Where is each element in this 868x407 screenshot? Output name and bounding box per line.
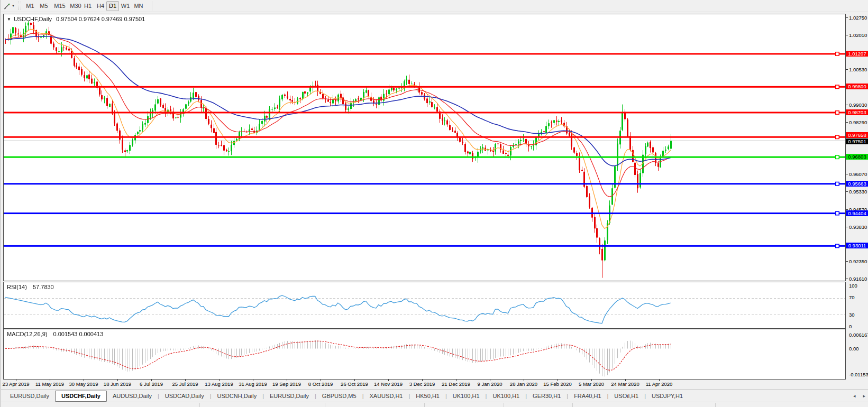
- strip-divider: [325, 403, 325, 407]
- timeframe-button-m15[interactable]: M15: [52, 1, 68, 11]
- date-tick-label: 28 Jan 2020: [510, 381, 537, 387]
- price-tick-label: 1.02010: [849, 32, 867, 38]
- timeframe-button-d1[interactable]: D1: [106, 1, 119, 11]
- strip-divider: [199, 403, 200, 407]
- macd-canvas[interactable]: [4, 329, 845, 379]
- macd-header: MACD(12,26,9) 0.001543 0.000413: [7, 331, 103, 337]
- timeframe-button-h4[interactable]: H4: [94, 1, 107, 11]
- macd-indicator-panel: MACD(12,26,9) 0.001543 0.000413: [3, 329, 846, 380]
- price-tick-label: 0.99030: [849, 102, 867, 108]
- current-price-label: 0.97501: [846, 138, 868, 144]
- date-tick-label: 3 Dec 2019: [409, 381, 435, 387]
- chart-header: ▼USDCHF,Daily0.97504 0.97624 0.97469 0.9…: [7, 16, 145, 22]
- price-tick-dash: [846, 209, 848, 210]
- price-line-label: 0.98703: [846, 109, 868, 115]
- price-tick-label: 0.95330: [849, 189, 867, 195]
- chart-tab-fra40-12[interactable]: FRA40,H1: [568, 391, 607, 401]
- price-chart-panel: ▼USDCHF,Daily0.97504 0.97624 0.97469 0.9…: [3, 14, 846, 281]
- chart-tab-eurusd-0[interactable]: EURUSD,Daily: [4, 391, 55, 401]
- chart-tab-eurusd-5[interactable]: EURUSD,Daily: [264, 391, 315, 401]
- date-tick-label: 13 Aug 2019: [205, 381, 233, 387]
- date-tick-label: 14 Nov 2019: [374, 381, 403, 387]
- chart-tab-usdcad-3[interactable]: USDCAD,Daily: [159, 391, 210, 401]
- chart-tab-usdcnh-4[interactable]: USDCNH,Daily: [212, 391, 263, 401]
- macd-scale-label: -0.011531: [849, 372, 868, 377]
- price-line-label: 0.93011: [846, 243, 868, 248]
- price-tick-label: 0.96070: [849, 171, 867, 177]
- price-line-label: 0.94404: [846, 210, 868, 216]
- rsi-indicator-panel: RSI(14) 57.7830: [3, 282, 846, 329]
- chart-tab-usdchf-1[interactable]: USDCHF,Daily: [55, 391, 107, 402]
- price-line-label: 1.01207: [846, 51, 868, 57]
- rsi-canvas[interactable]: [4, 282, 845, 328]
- rsi-label: RSI(14): [7, 284, 27, 290]
- price-tick-dash: [846, 279, 848, 279]
- date-tick-label: 26 Oct 2019: [341, 381, 368, 387]
- chart-tab-xauusd-7[interactable]: XAUUSD,H1: [364, 391, 409, 401]
- chart-tab-gbpusd-6[interactable]: GBPUSD,M5: [316, 391, 362, 401]
- chart-tab-usdjpy-14[interactable]: USDJPY,H1: [646, 391, 689, 401]
- macd-values: 0.001543 0.000413: [53, 331, 103, 337]
- price-tick-dash: [846, 227, 848, 227]
- price-line-label: 0.99800: [846, 84, 868, 89]
- chart-tab-hk50-8[interactable]: HK50,H1: [410, 391, 445, 401]
- chart-tab-uk100-10[interactable]: UK100,H1: [487, 391, 525, 401]
- chart-ohlc-values: 0.97504 0.97624 0.97469 0.97501: [56, 16, 145, 22]
- date-tick-label: 25 Jul 2019: [172, 381, 198, 387]
- price-line-label: 0.97658: [846, 132, 868, 138]
- price-tick-dash: [846, 35, 848, 35]
- date-tick-label: 24 Mar 2020: [611, 381, 639, 387]
- price-tick-dash: [846, 122, 848, 123]
- timeframe-button-w1[interactable]: W1: [119, 1, 132, 11]
- date-tick-label: 23 Apr 2019: [2, 381, 29, 387]
- chart-tab-ger30-11[interactable]: GER30,H1: [527, 391, 567, 401]
- strip-divider: [715, 403, 716, 407]
- date-tick-label: 31 Aug 2019: [239, 381, 267, 387]
- chart-symbol-label: USDCHF,Daily: [14, 16, 52, 22]
- strip-divider: [504, 403, 504, 407]
- rsi-scale-label: 70: [849, 294, 855, 300]
- status-strip: [1, 402, 868, 407]
- timeframe-toolbar: ▾ M1M5M15M30H1H4D1W1MN: [1, 0, 868, 12]
- rsi-scale-label: 30: [849, 312, 855, 318]
- chart-tab-bar: EURUSD,DailyUSDCHF,DailyAUDUSD,Daily|USD…: [1, 389, 868, 402]
- price-tick-dash: [846, 69, 848, 70]
- price-tick-dash: [846, 174, 848, 174]
- tab-scroll-right-icon[interactable]: ▸: [859, 393, 868, 399]
- timeframe-button-m1[interactable]: M1: [23, 1, 37, 11]
- price-tick-label: 0.98290: [849, 119, 867, 125]
- timeframe-button-mn[interactable]: MN: [132, 1, 145, 11]
- timeframe-button-m5[interactable]: M5: [37, 1, 51, 11]
- price-tick-label: 1.00530: [849, 67, 867, 72]
- rsi-scale-label: 100: [849, 283, 857, 289]
- date-axis[interactable]: 23 Apr 201911 May 201930 May 201918 Jun …: [3, 380, 846, 388]
- rsi-scale-label: 0: [849, 323, 852, 329]
- chart-tab-audusd-2[interactable]: AUDUSD,Daily: [107, 391, 158, 401]
- price-tick-dash: [846, 17, 848, 18]
- price-tick-label: 0.92350: [849, 258, 867, 264]
- strip-divider: [424, 403, 425, 407]
- macd-label: MACD(12,26,9): [7, 331, 47, 337]
- rsi-header: RSI(14) 57.7830: [7, 284, 54, 290]
- price-tick-label: 1.02750: [849, 15, 867, 21]
- date-tick-label: 5 Mar 2020: [579, 381, 604, 387]
- rsi-value: 57.7830: [33, 284, 54, 290]
- date-tick-label: 9 Jan 2020: [477, 381, 502, 387]
- price-tick-label: 0.91610: [849, 276, 867, 282]
- date-tick-label: 8 Oct 2019: [308, 381, 333, 387]
- tab-scroll-left-icon[interactable]: ◂: [849, 393, 860, 399]
- collapse-arrow-icon[interactable]: ▼: [7, 17, 11, 22]
- date-tick-label: 18 Jun 2019: [104, 381, 131, 387]
- price-line-label: 0.95663: [846, 181, 868, 187]
- toolbar-separator: [152, 1, 152, 11]
- date-tick-label: 11 Apr 2020: [646, 381, 673, 387]
- chart-tab-uk100-9[interactable]: UK100,H1: [447, 391, 486, 401]
- chart-tool-icon[interactable]: [4, 2, 11, 12]
- date-tick-label: 15 Feb 2020: [543, 381, 571, 387]
- macd-scale-label: 0.006167: [849, 332, 868, 338]
- price-chart-canvas[interactable]: [4, 14, 845, 281]
- timeframe-button-h1[interactable]: H1: [81, 1, 94, 11]
- chart-tab-usoil-13[interactable]: USOil,H1: [608, 391, 644, 401]
- price-tick-label: 0.93830: [849, 224, 867, 230]
- dropdown-arrow-icon[interactable]: ▾: [12, 3, 14, 8]
